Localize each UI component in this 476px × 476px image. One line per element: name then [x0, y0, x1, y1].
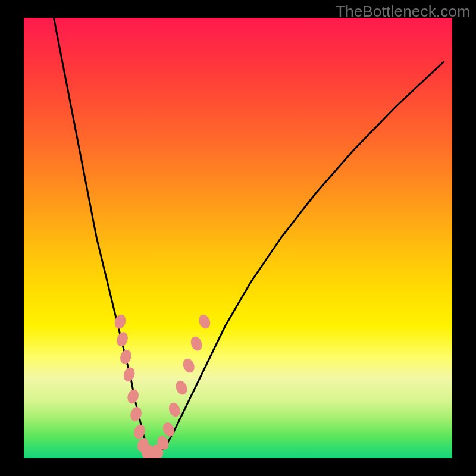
- marker-bead: [126, 388, 140, 405]
- curve-svg: [24, 18, 452, 458]
- bottleneck-curve: [54, 18, 443, 454]
- marker-bead: [189, 335, 204, 352]
- marker-bead: [115, 331, 130, 348]
- marker-bead: [197, 313, 212, 330]
- plot-area: [24, 18, 452, 458]
- marker-bead: [118, 348, 133, 365]
- marker-bead: [167, 401, 183, 418]
- marker-bead: [181, 357, 196, 374]
- marker-bead: [122, 366, 137, 383]
- chart-frame: TheBottleneck.com: [0, 0, 476, 476]
- marker-bead: [174, 379, 189, 396]
- marker-bead: [129, 406, 143, 423]
- marker-bead: [161, 421, 177, 438]
